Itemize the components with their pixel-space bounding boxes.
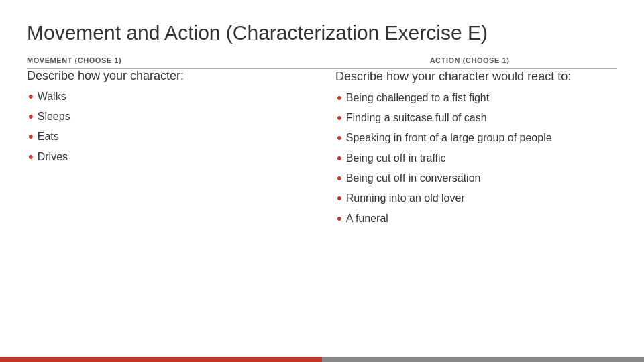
slide: Movement and Action (Characterization Ex… xyxy=(0,0,644,362)
bullet-text: Finding a suitcase full of cash xyxy=(346,111,487,125)
describe-label: Describe how your character: xyxy=(27,69,309,83)
left-column: Describe how your character: • Walks • S… xyxy=(27,69,322,232)
bullet-text: Eats xyxy=(38,130,59,144)
slide-title: Movement and Action (Characterization Ex… xyxy=(27,21,617,44)
bullet-dot: • xyxy=(337,111,342,125)
bullet-dot: • xyxy=(28,89,34,104)
bullet-text: Sleeps xyxy=(38,110,70,124)
bullet-dot: • xyxy=(337,151,342,166)
list-item: • Speaking in front of a large group of … xyxy=(335,131,617,146)
bar-gray xyxy=(322,357,644,362)
bullet-dot: • xyxy=(337,171,342,186)
right-column-header: ACTION (CHOOSE 1) xyxy=(322,56,617,64)
left-column-header: MOVEMENT (CHOOSE 1) xyxy=(27,56,322,64)
bullet-text: Speaking in front of a large group of pe… xyxy=(346,131,552,145)
bottom-bar xyxy=(0,357,644,362)
columns-header: MOVEMENT (CHOOSE 1) ACTION (CHOOSE 1) xyxy=(27,56,617,69)
bullet-dot: • xyxy=(337,90,342,105)
list-item: • Being cut off in conversation xyxy=(335,172,617,186)
bullet-dot: • xyxy=(28,109,34,124)
list-item: • A funeral xyxy=(335,212,617,227)
list-item: • Eats xyxy=(27,130,309,145)
bullet-text: A funeral xyxy=(346,212,388,226)
bullet-text: Being cut off in conversation xyxy=(346,172,481,186)
bullet-dot: • xyxy=(28,149,34,164)
list-item: • Drives xyxy=(27,150,309,165)
list-item: • Finding a suitcase full of cash xyxy=(335,111,617,126)
list-item: • Being cut off in traffic xyxy=(335,152,617,166)
bullet-text: Running into an old lover xyxy=(346,192,465,206)
bullet-dot: • xyxy=(337,131,342,145)
bullet-text: Drives xyxy=(38,150,68,164)
list-item: • Running into an old lover xyxy=(335,192,617,206)
bullet-text: Being challenged to a fist fight xyxy=(346,91,489,105)
list-item: • Sleeps xyxy=(27,110,309,125)
list-item: • Walks xyxy=(27,90,309,105)
bullet-text: Being cut off in traffic xyxy=(346,152,446,166)
bullet-dot: • xyxy=(28,129,34,144)
bullet-text: Walks xyxy=(38,90,66,104)
bullet-dot: • xyxy=(337,211,342,226)
columns-wrapper: Describe how your character: • Walks • S… xyxy=(27,69,617,232)
bar-orange xyxy=(0,357,322,362)
react-label: Describe how your character would react … xyxy=(335,69,617,84)
bullet-dot: • xyxy=(337,191,342,206)
list-item: • Being challenged to a fist fight xyxy=(335,91,617,106)
right-column: Describe how your character would react … xyxy=(322,69,617,232)
